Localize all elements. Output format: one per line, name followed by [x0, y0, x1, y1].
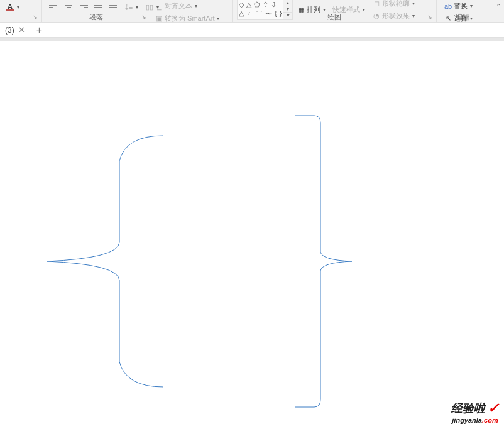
replace-button[interactable]: ab 替换 ▾ — [441, 0, 484, 12]
shapes-scroll-down[interactable]: ▾ — [283, 6, 292, 13]
right-brace-shape[interactable] — [277, 111, 364, 412]
chevron-down-icon: ▾ — [16, 4, 20, 10]
group-divider — [436, 0, 437, 22]
ribbon-group-font: A ▾ ↘ — [0, 0, 40, 22]
chevron-down-icon: ▾ — [469, 3, 473, 9]
chevron-down-icon: ▾ — [322, 7, 326, 13]
align-distribute-icon — [109, 3, 118, 11]
shapes-scroll: ▴ ▾ ▼ — [283, 0, 293, 20]
watermark-domain: jingyanla — [452, 416, 482, 424]
chevron-down-icon: ▾ — [411, 1, 415, 6]
align-text-button[interactable]: ⎯ 对齐文本 ▾ — [152, 0, 227, 12]
select-icon: ↖ — [444, 14, 452, 23]
group-divider — [41, 0, 42, 22]
dialog-launcher-icon[interactable]: ↘ — [31, 13, 39, 21]
align-left-button[interactable] — [47, 1, 60, 13]
paragraph-group-label: 段落 — [89, 13, 103, 22]
chevron-down-icon: ▾ — [411, 13, 415, 19]
chevron-down-icon: ▾ — [361, 7, 366, 13]
font-color-button[interactable]: A ▾ — [3, 1, 23, 13]
checkmark-icon: ✓ — [488, 400, 499, 416]
align-left-icon — [49, 3, 58, 11]
ribbon-toolbar: A ▾ ↘ ‡≡ ▾ ▯▯ ▾ 段落 ↘ — [0, 0, 504, 23]
convert-smartart-button[interactable]: ▣ 转换为 SmartArt ▾ — [152, 13, 227, 24]
watermark: 经验啦 ✓ jingyanla .com — [451, 400, 499, 424]
slide-workspace: 经验啦 ✓ jingyanla .com — [0, 38, 504, 429]
shapes-scroll-up[interactable]: ▴ — [283, 0, 292, 6]
slide-canvas[interactable] — [0, 41, 504, 429]
replace-label: 替换 — [454, 1, 468, 11]
align-justify-icon — [94, 3, 103, 11]
chevron-down-icon: ▾ — [194, 3, 198, 9]
convert-smartart-label: 转换为 SmartArt — [165, 14, 214, 23]
shape-effects-label: 形状效果 — [382, 11, 410, 21]
font-color-icon: A — [6, 3, 14, 11]
align-justify-button[interactable] — [92, 1, 106, 13]
shapes-row-1: ◇△⬠⇧⇩ — [239, 1, 282, 9]
slide-tabs-bar: (3) ✕ + — [0, 23, 504, 38]
shape-effects-icon: ◔ — [372, 11, 381, 20]
shape-outline-label: 形状轮廓 — [382, 0, 410, 8]
dialog-launcher-icon[interactable]: ↘ — [426, 13, 434, 21]
shapes-row-2: △ㄥ⌒〜{} — [239, 9, 282, 19]
drawing-group-label: 绘图 — [327, 13, 341, 22]
watermark-tld: .com — [482, 416, 498, 424]
chevron-down-icon: ▾ — [216, 16, 220, 21]
dialog-launcher-icon[interactable]: ↘ — [140, 13, 148, 21]
watermark-text: 经验啦 — [451, 401, 485, 416]
ribbon-collapse-icon[interactable]: ⌃ — [496, 3, 501, 11]
ribbon-group-editing: ab 替换 ▾ ↖ 选择 ▾ 编辑 — [438, 0, 487, 22]
shape-outline-icon: ◻ — [372, 0, 381, 8]
slide-tab[interactable]: (3) ✕ — [3, 23, 29, 37]
left-brace-shape[interactable] — [44, 129, 170, 393]
chevron-down-icon: ▾ — [469, 16, 473, 21]
align-right-icon — [79, 3, 88, 11]
line-spacing-icon: ‡≡ — [124, 3, 133, 11]
editing-group-label: 编辑 — [456, 13, 469, 22]
shape-outline-button[interactable]: ◻ 形状轮廓 ▾ — [370, 0, 418, 9]
group-divider — [232, 0, 233, 22]
close-icon[interactable]: ✕ — [17, 25, 26, 35]
add-tab-button[interactable]: + — [34, 24, 45, 36]
replace-icon: ab — [444, 2, 452, 11]
arrange-label: 排列 — [307, 5, 320, 14]
align-text-label: 对齐文本 — [165, 1, 192, 11]
align-text-icon: ⎯ — [155, 2, 163, 11]
align-distribute-button[interactable] — [107, 1, 121, 13]
ribbon-group-text-options: ⎯ 对齐文本 ▾ ▣ 转换为 SmartArt ▾ — [149, 0, 231, 22]
smartart-icon: ▣ — [155, 14, 163, 23]
align-center-button[interactable] — [62, 1, 75, 13]
chevron-down-icon: ▾ — [134, 4, 139, 10]
align-right-button[interactable] — [77, 1, 90, 13]
ribbon-group-paragraph: ‡≡ ▾ ▯▯ ▾ 段落 ↘ — [43, 0, 149, 22]
shapes-more[interactable]: ▼ — [283, 13, 292, 19]
shapes-gallery[interactable]: ◇△⬠⇧⇩ △ㄥ⌒〜{} — [237, 0, 283, 20]
align-center-icon — [64, 3, 73, 11]
shape-effects-button[interactable]: ◔ 形状效果 ▾ — [370, 10, 418, 22]
arrange-icon: ▦ — [297, 5, 305, 14]
ribbon-group-drawing: ◇△⬠⇧⇩ △ㄥ⌒〜{} ▴ ▾ ▼ ▦ 排列 ▾ 快速样式 ▾ — [234, 0, 435, 22]
slide-tab-label: (3) — [5, 26, 14, 35]
line-spacing-button[interactable]: ‡≡ ▾ — [122, 1, 141, 13]
arrange-button[interactable]: ▦ 排列 ▾ — [294, 4, 329, 16]
